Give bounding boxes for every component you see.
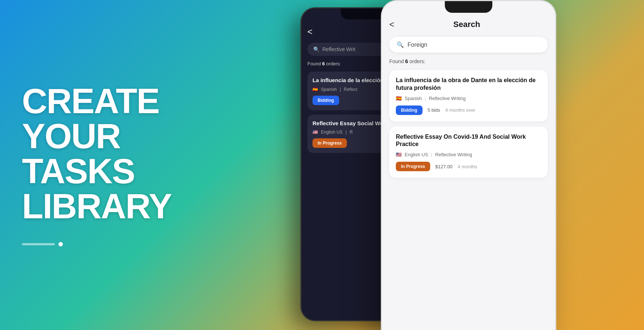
phone-light: < Search 🔍 Foreign Found 6 orders: La in…	[381, 0, 556, 330]
phone-dark-notch	[341, 8, 384, 19]
order-card-light-2[interactable]: Reflective Essay On Covid-19 And Social …	[389, 127, 548, 178]
hero-line2: YOUR TASKS	[22, 119, 234, 189]
flag-dark-2: 🇺🇸	[312, 130, 318, 135]
phone-light-found-orders: Found 6 orders:	[389, 58, 548, 64]
phones-showcase: < 🔍 Reflective Writ Found 6 orders: La i…	[279, 0, 644, 330]
search-icon-light: 🔍	[397, 41, 404, 48]
phone-light-notch	[445, 1, 492, 13]
lang-dark-2: English US	[321, 130, 342, 135]
bids-light-1: 5 bids	[428, 107, 440, 113]
phone-dark-search-value: Reflective Writ	[322, 46, 355, 52]
phone-light-header: < Search	[389, 19, 548, 30]
order-light-1-title: La influencia de la obra de Dante en la …	[396, 77, 541, 92]
lang-light-1: Spanish	[405, 96, 422, 101]
hero-line3: LIBRARY	[22, 189, 234, 224]
status-badge-bidding-dark-1: Bidding	[312, 96, 339, 105]
phone-light-screen: < Search 🔍 Foreign Found 6 orders: La in…	[382, 1, 555, 330]
order-light-1-meta: 🇪🇸 Spanish | Reflective Writing	[396, 96, 541, 101]
cat-light-1: Reflective Writing	[429, 96, 466, 101]
phone-light-search-bar[interactable]: 🔍 Foreign	[389, 37, 548, 53]
back-button-dark[interactable]: <	[307, 27, 312, 37]
pagination-line	[22, 243, 55, 245]
status-badge-progress-dark-2: In Progress	[312, 138, 347, 148]
time-light-1: 4 months over	[445, 107, 475, 113]
flag-light-2: 🇺🇸	[396, 152, 402, 157]
phone-light-title: Search	[400, 20, 533, 29]
cat-dark-2: R	[350, 130, 353, 135]
hero-section: CREATE YOUR TASKS LIBRARY	[22, 84, 234, 246]
pagination-dot	[58, 242, 63, 246]
lang-dark-1: Spanish	[321, 87, 337, 92]
lang-light-2: English US	[405, 152, 428, 157]
cat-light-2: Reflective Writing	[435, 152, 472, 157]
status-badge-progress-light-2: In Progress	[396, 162, 430, 171]
flag-dark-1: 🇪🇸	[312, 87, 318, 92]
time-light-2: 4 months	[458, 164, 477, 169]
price-light-2: $127.00	[435, 164, 452, 169]
order-light-2-footer: In Progress $127.00 4 months	[396, 162, 541, 171]
flag-light-1: 🇪🇸	[396, 96, 402, 101]
search-icon-dark: 🔍	[313, 46, 319, 52]
order-light-1-footer: Bidding 5 bids 4 months over	[396, 105, 541, 115]
status-badge-bidding-light-1: Bidding	[396, 105, 423, 115]
phone-light-search-value: Foreign	[408, 42, 427, 48]
cat-dark-1: Reflect	[344, 87, 357, 92]
hero-line1: CREATE	[22, 84, 234, 119]
order-card-light-1[interactable]: La influencia de la obra de Dante en la …	[389, 70, 548, 122]
order-light-2-title: Reflective Essay On Covid-19 And Social …	[396, 133, 541, 149]
back-button-light[interactable]: <	[389, 19, 394, 30]
order-light-2-meta: 🇺🇸 English US | Reflective Writing	[396, 152, 541, 157]
pagination-indicator	[22, 242, 234, 246]
